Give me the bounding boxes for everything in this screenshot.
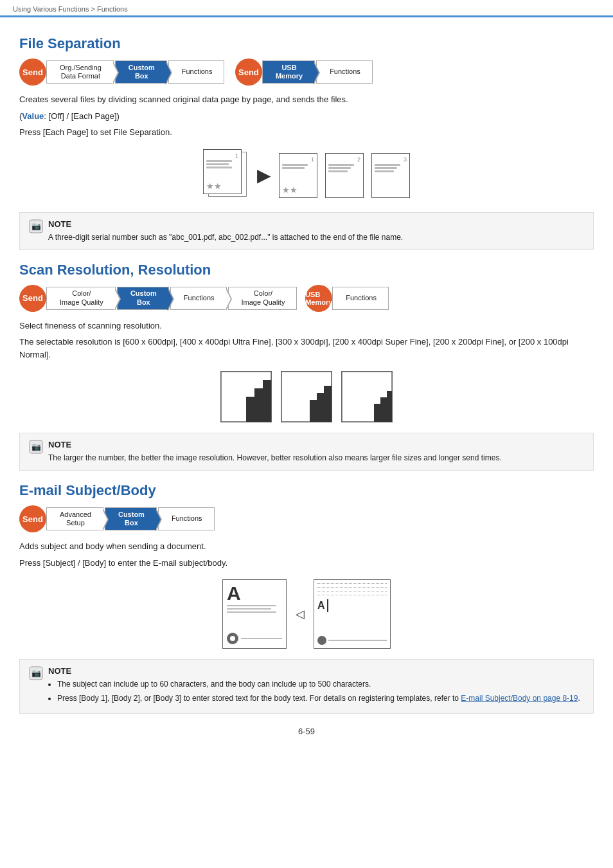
res-high [220, 371, 272, 422]
wf-step-color-iq-2: Color/Image Quality [228, 287, 298, 310]
wf-step-functions-5: Functions [158, 507, 215, 530]
svg-text:📷: 📷 [31, 442, 41, 451]
email-link[interactable]: E-mail Subject/Body on page 8-19 [461, 694, 578, 703]
file-sep-value: (Value: [Off] / [Each Page]) [19, 110, 594, 123]
wf-step-custom-box-1: CustomBox [115, 60, 167, 84]
send-button-2: Send [235, 59, 262, 86]
note-icon-3: 📷 [29, 666, 43, 680]
svg-rect-4 [254, 388, 271, 397]
email-subject-title: E-mail Subject/Body [19, 482, 594, 499]
res-low [341, 371, 393, 422]
wf-step-org-sending: Org./SendingData Format [46, 60, 114, 84]
file-sep-desc: Creates several files by dividing scanne… [19, 93, 594, 106]
svg-rect-8 [317, 393, 332, 400]
svg-rect-5 [263, 380, 271, 388]
scan-res-desc2: The selectable resolution is [600 x 600d… [19, 336, 594, 361]
svg-rect-7 [310, 400, 332, 422]
value-label: Value [22, 111, 44, 121]
scan-res-note: 📷 NOTE The larger the number, the better… [19, 433, 594, 471]
note-content-3: The subject can include up to 60 charact… [48, 678, 580, 704]
email-desc2: Press [Subject] / [Body] to enter the E-… [19, 557, 594, 570]
send-button-1: Send [19, 59, 46, 86]
note-content-1: A three-digit serial number such as "abc… [48, 231, 403, 243]
svg-rect-3 [246, 397, 271, 422]
email-note: 📷 NOTE The subject can include up to 60 … [19, 659, 594, 714]
file-sep-note: 📷 NOTE A three-digit serial number such … [19, 212, 594, 250]
file-sep-diagram: 1 ★★ ▶ 1 ★★ 2 [19, 149, 594, 202]
wf-step-color-iq-1: Color/Image Quality [46, 287, 116, 310]
wf-step-functions-1: Functions [168, 60, 225, 84]
res-medium [281, 371, 332, 422]
resolution-diagram [19, 371, 594, 422]
scan-resolution-workflow: Send Color/Image Quality CustomBox Funct… [19, 285, 594, 312]
email-desc1: Adds subject and body when sending a doc… [19, 540, 594, 553]
email-workflow: Send AdvancedSetup CustomBox Functions [19, 505, 594, 532]
wf-step-advanced-setup: AdvancedSetup [46, 507, 103, 530]
scan-resolution-title: Scan Resolution, Resolution [19, 262, 594, 278]
note-content-2: The larger the number, the better the im… [48, 452, 502, 464]
send-button-4: USBMemory [305, 285, 332, 312]
page-number: 6-59 [19, 727, 594, 736]
wf-step-custom-box-3: CustomBox [105, 507, 157, 530]
svg-rect-12 [380, 397, 392, 404]
svg-rect-11 [374, 404, 392, 422]
send-button-3: Send [19, 285, 46, 312]
file-separation-title: File Separation [19, 35, 594, 52]
note-icon-2: 📷 [29, 440, 43, 454]
wf-step-custom-box-2: CustomBox [117, 287, 169, 310]
wf-step-functions-2: Functions [316, 60, 373, 84]
svg-text:📷: 📷 [31, 221, 41, 231]
note-title-2: NOTE [48, 440, 502, 449]
wf-step-functions-3: Functions [170, 287, 227, 310]
note-bullet-2: Press [Body 1], [Body 2], or [Body 3] to… [57, 692, 580, 704]
svg-rect-13 [387, 391, 392, 397]
file-sep-instruction: Press [Each Page] to set File Separation… [19, 126, 594, 139]
send-button-5: Send [19, 505, 46, 532]
scan-res-desc1: Select fineness of scanning resolution. [19, 320, 594, 332]
email-diagram: A ◁ A [19, 579, 594, 649]
file-separation-workflow1: Send Org./SendingData Format CustomBox F… [19, 59, 594, 86]
note-title-1: NOTE [48, 219, 403, 229]
breadcrumb: Using Various Functions > Functions [0, 0, 613, 17]
note-title-3: NOTE [48, 666, 580, 676]
svg-text:📷: 📷 [31, 668, 41, 678]
note-icon-1: 📷 [29, 219, 43, 233]
note-bullet-1: The subject can include up to 60 charact… [57, 678, 580, 690]
svg-rect-9 [324, 386, 332, 393]
wf-step-usb-1: USBMemory [262, 60, 315, 84]
wf-step-functions-4: Functions [332, 287, 389, 310]
